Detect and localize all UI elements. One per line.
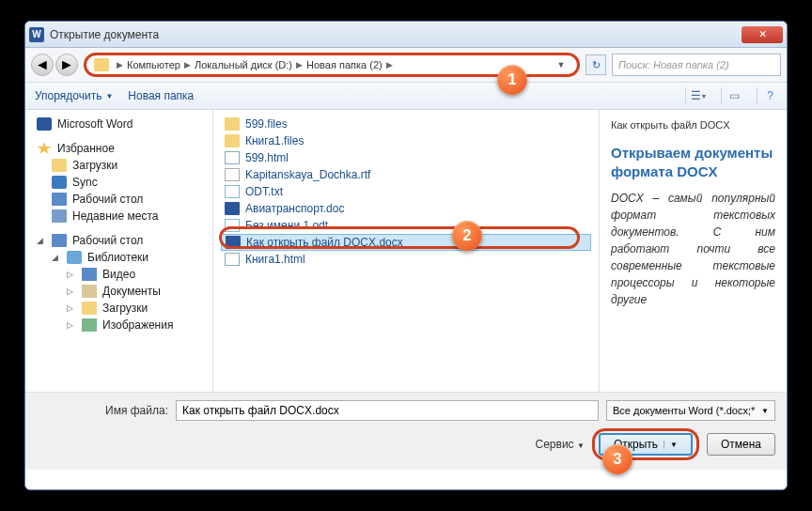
back-button[interactable]: ◄	[31, 54, 54, 76]
open-file-dialog: W Открытие документа ✕ ◄ ► ▶ Компьютер ▶…	[24, 21, 788, 490]
navigation-bar: ◄ ► ▶ Компьютер ▶ Локальный диск (D:) ▶ …	[25, 48, 787, 82]
preview-title: Как открыть файл DOCX	[611, 119, 775, 131]
sidebar-item-downloads[interactable]: Загрузки	[25, 157, 212, 174]
breadcrumb[interactable]: Новая папка (2)	[306, 59, 383, 70]
dialog-title: Открытие документа	[50, 28, 742, 41]
file-item[interactable]: Книга1.files	[221, 132, 591, 149]
sidebar-item-word[interactable]: Microsoft Word	[25, 116, 212, 132]
sidebar-item-desktop[interactable]: Рабочий стол	[25, 191, 212, 208]
toolbar: Упорядочить ▼ Новая папка ☰ ▼ ▭ ?	[25, 82, 787, 110]
sidebar-item-video[interactable]: ▷Видео	[25, 266, 212, 283]
forward-button[interactable]: ►	[55, 54, 78, 76]
organize-menu[interactable]: Упорядочить ▼	[35, 89, 113, 102]
sidebar-item-recent[interactable]: Недавние места	[25, 208, 212, 225]
preview-heading: Открываем документы формата DOCX	[611, 144, 775, 180]
breadcrumb[interactable]: Компьютер	[127, 59, 180, 70]
address-dropdown[interactable]: ▼	[553, 60, 570, 70]
sidebar-item-desktop2[interactable]: ◢Рабочий стол	[25, 232, 212, 249]
file-item[interactable]: 599.html	[221, 149, 591, 166]
titlebar: W Открытие документа ✕	[25, 22, 787, 48]
folder-icon	[94, 58, 109, 71]
file-item-selected[interactable]: Как открыть файл DOCX.docx	[221, 234, 591, 251]
preview-pane: Как открыть файл DOCX Открываем документ…	[599, 110, 787, 392]
annotation-badge-3: 3	[602, 444, 632, 474]
sidebar-item-documents[interactable]: ▷Документы	[25, 283, 212, 300]
cancel-button[interactable]: Отмена	[707, 433, 775, 456]
sidebar-item-libraries[interactable]: ◢Библиотеки	[25, 249, 212, 266]
file-item[interactable]: Авиатранспорт.doc	[221, 200, 591, 217]
word-icon: W	[29, 27, 44, 42]
preview-body: DOCX – самый популярный формат текстовых…	[611, 190, 775, 308]
bottom-panel: Имя файла: Все документы Word (*.docx;*▼…	[25, 392, 787, 470]
help-icon[interactable]: ?	[757, 87, 777, 104]
tools-menu[interactable]: Сервис ▼	[536, 438, 585, 451]
annotation-badge-1: 1	[497, 65, 527, 95]
view-icon[interactable]: ☰ ▼	[685, 87, 706, 104]
file-type-filter[interactable]: Все документы Word (*.docx;*▼	[606, 400, 775, 421]
file-item[interactable]: Kapitanskaya_Dochka.rtf	[221, 166, 591, 183]
sidebar-item-images[interactable]: ▷Изображения	[25, 317, 212, 333]
file-item[interactable]: 599.files	[221, 116, 591, 132]
file-item[interactable]: Книга1.html	[221, 251, 591, 268]
preview-toggle-icon[interactable]: ▭	[721, 87, 742, 104]
sidebar-item-downloads2[interactable]: ▷Загрузки	[25, 300, 212, 317]
filename-label: Имя файла:	[37, 404, 168, 417]
sidebar-item-sync[interactable]: Sync	[25, 174, 212, 191]
file-list: 599.files Книга1.files 599.html Kapitans…	[213, 110, 599, 392]
filename-input[interactable]	[176, 400, 599, 421]
search-input[interactable]: Поиск: Новая папка (2)	[612, 54, 781, 76]
new-folder-button[interactable]: Новая папка	[128, 89, 194, 102]
navigation-sidebar: Microsoft Word Избранное Загрузки Sync Р…	[25, 110, 213, 392]
breadcrumb[interactable]: Локальный диск (D:)	[195, 59, 292, 70]
file-item[interactable]: Без имени 1.odt	[221, 217, 591, 234]
refresh-button[interactable]: ↻	[586, 54, 606, 75]
sidebar-item-favorites[interactable]: Избранное	[25, 140, 212, 157]
annotation-badge-2: 2	[452, 221, 482, 251]
file-item[interactable]: ODT.txt	[221, 183, 591, 200]
close-button[interactable]: ✕	[742, 26, 783, 43]
